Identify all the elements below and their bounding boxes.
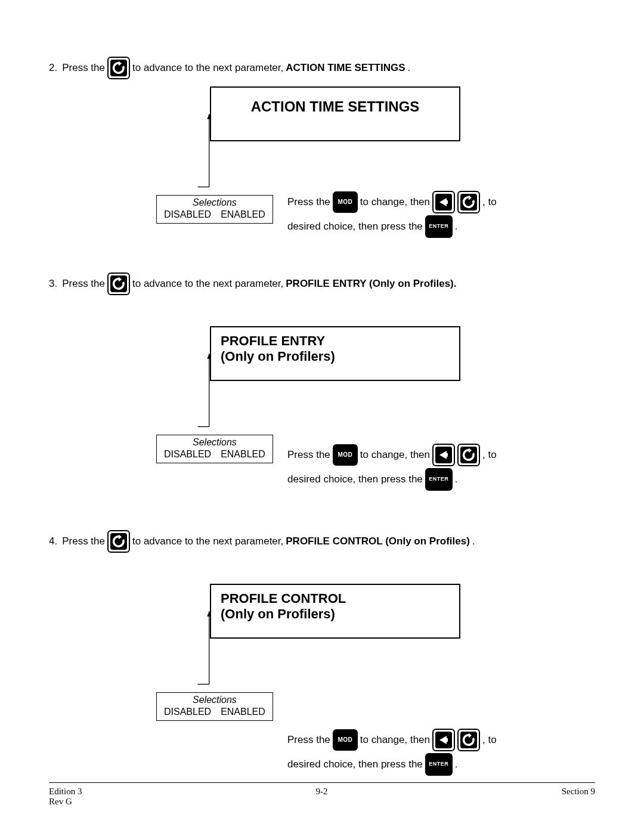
instr-text: . [455,467,458,492]
display-profile-control: PROFILE CONTROL (Only on Profilers) [210,584,460,639]
svg-rect-24 [445,738,448,742]
selections-options: DISABLED ENABLED [164,209,265,221]
scroll-icon [107,272,130,295]
footer-edition: Edition 3 [49,786,82,797]
selections-title: Selections [164,436,265,448]
svg-rect-8 [445,200,448,204]
step-prefix: Press the [62,278,105,290]
instr-text: to change, then [360,728,430,753]
instr-text: to change, then [360,190,430,215]
display-text: ACTION TIME SETTINGS [251,98,420,114]
svg-rect-16 [445,453,448,457]
step-3-text: 3. Press the to advance to the next para… [49,272,595,295]
step-2-section: 2. Press the to advance to the next para… [49,57,595,231]
footer-page-num: 9-2 [82,786,561,807]
selections-title: Selections [164,694,265,706]
step-mid: to advance to the next parameter, [132,278,283,290]
step-4-text: 4. Press the to advance to the next para… [49,530,595,553]
step-num: 2. [49,62,57,74]
step-3-section: 3. Press the to advance to the next para… [49,272,595,494]
scroll-icon [457,444,480,466]
display-line2: (Only on Profilers) [221,606,450,622]
page-footer: Edition 3 Rev G 9-2 Section 9 [49,764,595,807]
step-param: PROFILE CONTROL (Only on Profiles) [286,535,470,547]
instr-text: Press the [287,728,330,753]
diagram-3: Selections DISABLED ENABLED Press the MO… [49,381,595,494]
manual-page: 2. Press the to advance to the next para… [0,0,644,833]
selections-box: Selections DISABLED ENABLED [156,692,273,721]
instruction-block: Press the MOD to change, then , to desir… [287,443,568,492]
selections-box: Selections DISABLED ENABLED [156,195,273,224]
step-mid: to advance to the next parameter, [132,62,283,74]
left-arrow-icon [432,191,455,213]
step-4-section: 4. Press the to advance to the next para… [49,530,595,770]
connector-line [197,611,211,695]
step-param: ACTION TIME SETTINGS [286,62,405,74]
step-num: 4. [49,535,57,547]
mod-key: MOD [333,444,358,466]
instruction-block: Press the MOD to change, then , to desir… [287,190,568,239]
display-action-time: ACTION TIME SETTINGS [210,86,460,141]
scroll-icon [457,729,480,751]
selections-title: Selections [164,197,265,209]
step-2-text: 2. Press the to advance to the next para… [49,57,595,79]
footer-rev: Rev G [49,797,82,807]
connector-line [197,354,211,437]
mod-key: MOD [333,191,358,213]
mod-key: MOD [333,729,358,751]
selections-options: DISABLED ENABLED [164,706,265,718]
step-suffix: . [472,535,475,547]
left-arrow-icon [432,444,455,466]
step-num: 3. [49,278,57,290]
connector-line [197,114,211,197]
instr-text: desired choice, then press the [287,215,423,239]
scroll-icon [107,530,130,553]
display-line2: (Only on Profilers) [221,349,450,364]
diagram-4: Selections DISABLED ENABLED Press the MO… [49,639,595,770]
enter-key: ENTER [425,468,453,491]
step-param: PROFILE ENTRY (Only on Profiles). [286,278,456,290]
instr-text: , to [482,728,497,753]
display-line1: PROFILE CONTROL [221,591,450,606]
scroll-icon [457,191,480,213]
instr-text: to change, then [360,443,430,467]
step-prefix: Press the [62,535,105,547]
enter-key: ENTER [425,215,453,238]
selections-options: DISABLED ENABLED [164,448,265,460]
footer-section: Section 9 [562,786,595,807]
instr-text: Press the [287,190,330,215]
instr-text: desired choice, then press the [287,467,423,492]
step-prefix: Press the [62,62,105,74]
instr-text: , to [482,190,497,215]
display-line1: PROFILE ENTRY [221,333,450,349]
instr-text: . [455,215,458,239]
display-profile-entry: PROFILE ENTRY (Only on Profilers) [210,326,460,381]
selections-box: Selections DISABLED ENABLED [156,435,273,463]
scroll-icon [107,57,130,79]
step-suffix: . [408,62,411,74]
left-arrow-icon [432,729,455,751]
diagram-2: Selections DISABLED ENABLED Press the MO… [49,141,595,231]
instr-text: Press the [287,443,330,467]
instr-text: , to [482,443,497,467]
step-mid: to advance to the next parameter, [132,535,283,547]
